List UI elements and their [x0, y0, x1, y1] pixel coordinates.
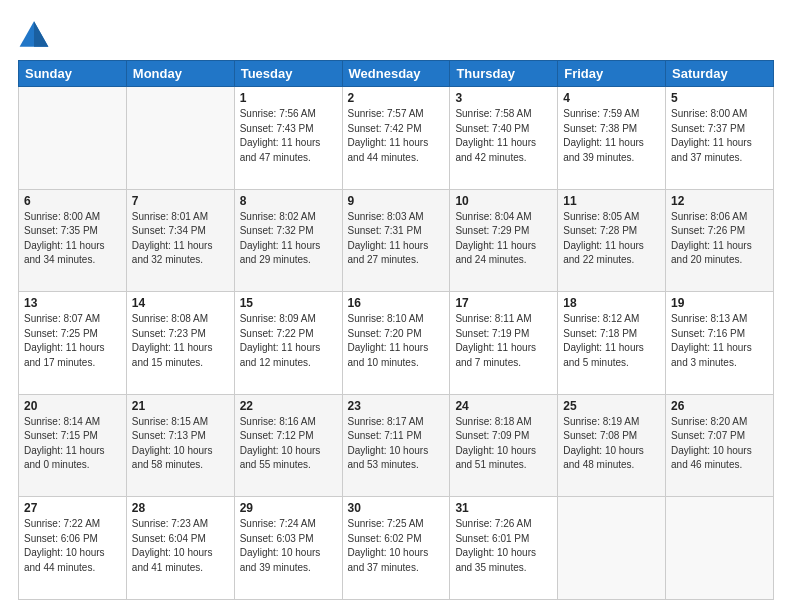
day-number: 13	[24, 296, 121, 310]
day-info: Sunrise: 8:06 AMSunset: 7:26 PMDaylight:…	[671, 210, 768, 268]
day-info: Sunrise: 7:59 AMSunset: 7:38 PMDaylight:…	[563, 107, 660, 165]
calendar-cell: 10Sunrise: 8:04 AMSunset: 7:29 PMDayligh…	[450, 189, 558, 292]
calendar-cell: 13Sunrise: 8:07 AMSunset: 7:25 PMDayligh…	[19, 292, 127, 395]
column-header-tuesday: Tuesday	[234, 61, 342, 87]
day-number: 25	[563, 399, 660, 413]
day-number: 28	[132, 501, 229, 515]
calendar-cell: 30Sunrise: 7:25 AMSunset: 6:02 PMDayligh…	[342, 497, 450, 600]
calendar-week-row: 20Sunrise: 8:14 AMSunset: 7:15 PMDayligh…	[19, 394, 774, 497]
calendar-cell: 6Sunrise: 8:00 AMSunset: 7:35 PMDaylight…	[19, 189, 127, 292]
calendar-cell: 27Sunrise: 7:22 AMSunset: 6:06 PMDayligh…	[19, 497, 127, 600]
calendar-cell: 5Sunrise: 8:00 AMSunset: 7:37 PMDaylight…	[666, 87, 774, 190]
day-number: 18	[563, 296, 660, 310]
generalblue-logo-icon	[18, 18, 50, 50]
day-number: 14	[132, 296, 229, 310]
day-info: Sunrise: 8:00 AMSunset: 7:37 PMDaylight:…	[671, 107, 768, 165]
calendar-cell: 19Sunrise: 8:13 AMSunset: 7:16 PMDayligh…	[666, 292, 774, 395]
day-number: 16	[348, 296, 445, 310]
day-number: 19	[671, 296, 768, 310]
calendar-cell: 26Sunrise: 8:20 AMSunset: 7:07 PMDayligh…	[666, 394, 774, 497]
column-header-wednesday: Wednesday	[342, 61, 450, 87]
column-header-thursday: Thursday	[450, 61, 558, 87]
day-info: Sunrise: 8:05 AMSunset: 7:28 PMDaylight:…	[563, 210, 660, 268]
day-info: Sunrise: 8:20 AMSunset: 7:07 PMDaylight:…	[671, 415, 768, 473]
calendar-cell: 20Sunrise: 8:14 AMSunset: 7:15 PMDayligh…	[19, 394, 127, 497]
calendar-cell: 22Sunrise: 8:16 AMSunset: 7:12 PMDayligh…	[234, 394, 342, 497]
day-info: Sunrise: 7:58 AMSunset: 7:40 PMDaylight:…	[455, 107, 552, 165]
calendar-cell: 14Sunrise: 8:08 AMSunset: 7:23 PMDayligh…	[126, 292, 234, 395]
calendar-cell	[666, 497, 774, 600]
calendar-cell: 15Sunrise: 8:09 AMSunset: 7:22 PMDayligh…	[234, 292, 342, 395]
day-info: Sunrise: 8:08 AMSunset: 7:23 PMDaylight:…	[132, 312, 229, 370]
day-info: Sunrise: 7:26 AMSunset: 6:01 PMDaylight:…	[455, 517, 552, 575]
day-info: Sunrise: 8:10 AMSunset: 7:20 PMDaylight:…	[348, 312, 445, 370]
day-info: Sunrise: 7:23 AMSunset: 6:04 PMDaylight:…	[132, 517, 229, 575]
calendar-cell: 18Sunrise: 8:12 AMSunset: 7:18 PMDayligh…	[558, 292, 666, 395]
calendar-cell	[558, 497, 666, 600]
day-number: 31	[455, 501, 552, 515]
calendar-cell: 21Sunrise: 8:15 AMSunset: 7:13 PMDayligh…	[126, 394, 234, 497]
day-number: 10	[455, 194, 552, 208]
calendar-week-row: 6Sunrise: 8:00 AMSunset: 7:35 PMDaylight…	[19, 189, 774, 292]
day-number: 9	[348, 194, 445, 208]
day-info: Sunrise: 8:15 AMSunset: 7:13 PMDaylight:…	[132, 415, 229, 473]
day-number: 1	[240, 91, 337, 105]
column-header-sunday: Sunday	[19, 61, 127, 87]
calendar-week-row: 1Sunrise: 7:56 AMSunset: 7:43 PMDaylight…	[19, 87, 774, 190]
day-info: Sunrise: 8:16 AMSunset: 7:12 PMDaylight:…	[240, 415, 337, 473]
calendar-cell: 28Sunrise: 7:23 AMSunset: 6:04 PMDayligh…	[126, 497, 234, 600]
day-info: Sunrise: 8:09 AMSunset: 7:22 PMDaylight:…	[240, 312, 337, 370]
day-number: 24	[455, 399, 552, 413]
day-info: Sunrise: 8:01 AMSunset: 7:34 PMDaylight:…	[132, 210, 229, 268]
calendar-cell: 2Sunrise: 7:57 AMSunset: 7:42 PMDaylight…	[342, 87, 450, 190]
calendar-cell: 7Sunrise: 8:01 AMSunset: 7:34 PMDaylight…	[126, 189, 234, 292]
day-info: Sunrise: 8:04 AMSunset: 7:29 PMDaylight:…	[455, 210, 552, 268]
calendar-cell: 16Sunrise: 8:10 AMSunset: 7:20 PMDayligh…	[342, 292, 450, 395]
calendar-cell: 17Sunrise: 8:11 AMSunset: 7:19 PMDayligh…	[450, 292, 558, 395]
column-header-monday: Monday	[126, 61, 234, 87]
svg-marker-1	[34, 21, 48, 47]
day-number: 7	[132, 194, 229, 208]
day-info: Sunrise: 7:22 AMSunset: 6:06 PMDaylight:…	[24, 517, 121, 575]
column-header-saturday: Saturday	[666, 61, 774, 87]
calendar-week-row: 13Sunrise: 8:07 AMSunset: 7:25 PMDayligh…	[19, 292, 774, 395]
day-number: 30	[348, 501, 445, 515]
day-number: 17	[455, 296, 552, 310]
day-number: 6	[24, 194, 121, 208]
day-number: 15	[240, 296, 337, 310]
day-number: 12	[671, 194, 768, 208]
day-number: 3	[455, 91, 552, 105]
day-info: Sunrise: 7:56 AMSunset: 7:43 PMDaylight:…	[240, 107, 337, 165]
day-number: 21	[132, 399, 229, 413]
day-info: Sunrise: 7:24 AMSunset: 6:03 PMDaylight:…	[240, 517, 337, 575]
calendar-week-row: 27Sunrise: 7:22 AMSunset: 6:06 PMDayligh…	[19, 497, 774, 600]
day-number: 23	[348, 399, 445, 413]
day-number: 20	[24, 399, 121, 413]
day-info: Sunrise: 8:17 AMSunset: 7:11 PMDaylight:…	[348, 415, 445, 473]
day-info: Sunrise: 8:00 AMSunset: 7:35 PMDaylight:…	[24, 210, 121, 268]
header	[18, 18, 774, 50]
day-info: Sunrise: 8:19 AMSunset: 7:08 PMDaylight:…	[563, 415, 660, 473]
day-number: 2	[348, 91, 445, 105]
day-number: 27	[24, 501, 121, 515]
calendar-cell: 12Sunrise: 8:06 AMSunset: 7:26 PMDayligh…	[666, 189, 774, 292]
day-info: Sunrise: 8:07 AMSunset: 7:25 PMDaylight:…	[24, 312, 121, 370]
calendar-cell: 3Sunrise: 7:58 AMSunset: 7:40 PMDaylight…	[450, 87, 558, 190]
day-info: Sunrise: 8:13 AMSunset: 7:16 PMDaylight:…	[671, 312, 768, 370]
day-info: Sunrise: 8:12 AMSunset: 7:18 PMDaylight:…	[563, 312, 660, 370]
day-number: 11	[563, 194, 660, 208]
calendar-cell: 8Sunrise: 8:02 AMSunset: 7:32 PMDaylight…	[234, 189, 342, 292]
day-number: 22	[240, 399, 337, 413]
day-info: Sunrise: 8:14 AMSunset: 7:15 PMDaylight:…	[24, 415, 121, 473]
calendar-cell: 31Sunrise: 7:26 AMSunset: 6:01 PMDayligh…	[450, 497, 558, 600]
day-info: Sunrise: 7:57 AMSunset: 7:42 PMDaylight:…	[348, 107, 445, 165]
day-info: Sunrise: 8:03 AMSunset: 7:31 PMDaylight:…	[348, 210, 445, 268]
calendar-cell	[19, 87, 127, 190]
day-number: 5	[671, 91, 768, 105]
calendar-cell: 23Sunrise: 8:17 AMSunset: 7:11 PMDayligh…	[342, 394, 450, 497]
logo	[18, 18, 54, 50]
day-info: Sunrise: 8:02 AMSunset: 7:32 PMDaylight:…	[240, 210, 337, 268]
column-header-friday: Friday	[558, 61, 666, 87]
day-number: 4	[563, 91, 660, 105]
calendar-cell: 9Sunrise: 8:03 AMSunset: 7:31 PMDaylight…	[342, 189, 450, 292]
